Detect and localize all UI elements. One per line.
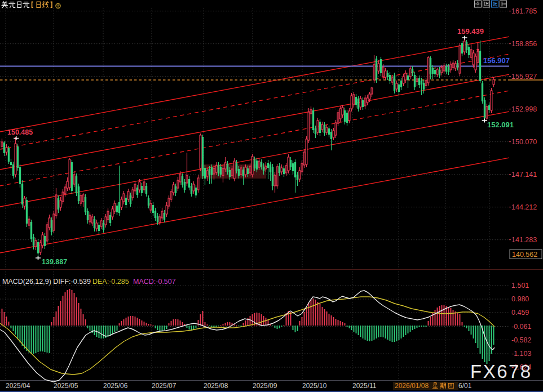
svg-text:2026/01/08: 2026/01/08 — [395, 382, 429, 390]
svg-text:2025/11: 2025/11 — [352, 382, 377, 390]
svg-text:MACD:-0.507: MACD:-0.507 — [133, 278, 176, 286]
svg-text:2025/05: 2025/05 — [54, 382, 78, 390]
svg-text:DEA:-0.285: DEA:-0.285 — [92, 278, 129, 286]
svg-text:147.141: 147.141 — [511, 171, 537, 179]
svg-text:0.459: 0.459 — [511, 309, 529, 317]
svg-text:158.856: 158.856 — [511, 40, 537, 48]
svg-text:156.907: 156.907 — [483, 56, 510, 65]
svg-text:159.439: 159.439 — [457, 27, 484, 35]
svg-text:150.485: 150.485 — [7, 128, 33, 136]
svg-text:141.283: 141.283 — [511, 236, 537, 244]
svg-text:152.998: 152.998 — [511, 105, 537, 113]
svg-text:-0.582: -0.582 — [511, 336, 531, 344]
svg-text:6/01: 6/01 — [458, 382, 472, 390]
svg-text:2025/09: 2025/09 — [253, 382, 277, 390]
svg-text:-0.061: -0.061 — [511, 323, 531, 331]
svg-text:150.070: 150.070 — [511, 138, 537, 146]
svg-text:144.212: 144.212 — [511, 203, 537, 211]
svg-text:MACD(26,12,9) DIFF:-0.539: MACD(26,12,9) DIFF:-0.539 — [2, 278, 91, 286]
svg-text:1.501: 1.501 — [511, 282, 529, 289]
svg-text:155.927: 155.927 — [511, 73, 537, 81]
svg-text:FX678: FX678 — [470, 361, 532, 382]
svg-text:2025/06: 2025/06 — [103, 382, 128, 390]
svg-text:140.562: 140.562 — [512, 251, 537, 259]
svg-text:152.091: 152.091 — [487, 121, 514, 129]
svg-text:2025/10: 2025/10 — [302, 382, 327, 390]
svg-text:161.785: 161.785 — [511, 7, 537, 15]
svg-text:-1.103: -1.103 — [511, 350, 531, 358]
svg-text:0.980: 0.980 — [511, 295, 529, 303]
svg-text:2025/08: 2025/08 — [204, 382, 228, 390]
svg-text:2025/07: 2025/07 — [152, 382, 176, 390]
svg-text:139.887: 139.887 — [42, 258, 67, 266]
svg-text:2025/04: 2025/04 — [6, 382, 30, 390]
